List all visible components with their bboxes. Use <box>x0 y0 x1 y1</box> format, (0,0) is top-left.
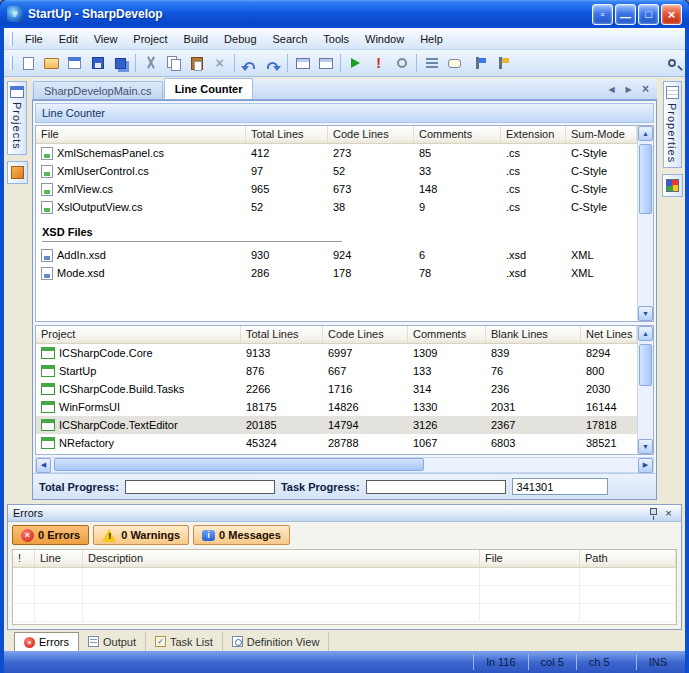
toolbar-separator <box>287 54 288 72</box>
column-header-comments[interactable]: Comments <box>414 126 501 143</box>
copy-button[interactable] <box>162 52 185 74</box>
tab-sharpdevelopmain[interactable]: SharpDevelopMain.cs <box>33 81 163 99</box>
sidebar-tab-properties[interactable]: Properties <box>663 81 682 168</box>
open-button[interactable] <box>40 52 63 74</box>
column-header-sum-mode[interactable]: Sum-Mode <box>566 126 637 143</box>
table-row[interactable]: ICSharpCode.Core 9133 6997 1309 839 8294 <box>36 344 637 362</box>
tab-prev-button[interactable]: ◀ <box>604 82 619 96</box>
menu-build[interactable]: Build <box>176 30 216 48</box>
bookmark-button[interactable] <box>466 52 489 74</box>
bookmark-next-button[interactable] <box>489 52 512 74</box>
column-header-code-lines[interactable]: Code Lines <box>323 326 408 343</box>
toolbar-grip[interactable] <box>10 32 13 46</box>
maximize-button[interactable]: □ <box>638 4 659 25</box>
minimize-button[interactable]: — <box>615 4 636 25</box>
table-row[interactable]: StartUp 876 667 133 76 800 <box>36 362 637 380</box>
scroll-up-button[interactable]: ▲ <box>638 126 653 141</box>
messages-filter-button[interactable]: 0 Messages <box>193 525 290 545</box>
column-header-net-lines[interactable]: Net Lines <box>581 326 637 343</box>
tab-line-counter[interactable]: Line Counter <box>164 78 254 99</box>
auto-hide-button[interactable] <box>646 506 661 520</box>
scroll-left-button[interactable]: ◀ <box>36 458 51 473</box>
scroll-thumb[interactable] <box>639 144 652 214</box>
column-header-line[interactable]: Line <box>35 550 83 567</box>
table-row[interactable]: XslOutputView.cs 52 38 9 .cs C-Style <box>36 198 637 216</box>
menu-window[interactable]: Window <box>357 30 412 48</box>
build-button[interactable] <box>291 52 314 74</box>
column-header-description[interactable]: Description <box>83 550 480 567</box>
menu-debug[interactable]: Debug <box>216 30 264 48</box>
scroll-up-button[interactable]: ▲ <box>638 326 653 341</box>
run-button[interactable] <box>344 52 367 74</box>
column-header-project[interactable]: Project <box>36 326 241 343</box>
column-header-path[interactable]: Path <box>580 550 676 567</box>
toolbar-separator <box>135 54 136 72</box>
title-bar[interactable]: StartUp - SharpDevelop ▫ — □ × <box>0 0 689 28</box>
errors-panel-header[interactable]: Errors × <box>8 505 681 522</box>
tab-close-button[interactable]: × <box>638 82 653 96</box>
scroll-down-button[interactable]: ▼ <box>638 439 653 454</box>
column-header-total-lines[interactable]: Total Lines <box>246 126 328 143</box>
column-header-comments[interactable]: Comments <box>408 326 486 343</box>
column-header-extension[interactable]: Extension <box>501 126 566 143</box>
breakpoint-button[interactable] <box>390 52 413 74</box>
web-page-button[interactable] <box>63 52 86 74</box>
save-all-button[interactable] <box>109 52 132 74</box>
tab-definition-view[interactable]: Definition View <box>223 632 330 651</box>
window-extra-button[interactable]: ▫ <box>592 4 613 25</box>
close-button[interactable]: × <box>661 4 682 25</box>
horizontal-scrollbar[interactable]: ◀ ▶ <box>35 457 654 473</box>
files-table-scrollbar[interactable]: ▲ ▼ <box>637 126 653 321</box>
column-header-total-lines[interactable]: Total Lines <box>241 326 323 343</box>
new-file-button[interactable] <box>17 52 40 74</box>
scroll-thumb[interactable] <box>639 344 652 386</box>
comment-button[interactable] <box>443 52 466 74</box>
sidebar-tab-palette[interactable] <box>662 174 683 197</box>
errors-filter-button[interactable]: 0 Errors <box>12 525 89 545</box>
table-row[interactable]: WinFormsUI 18175 14826 1330 2031 16144 <box>36 398 637 416</box>
save-button[interactable] <box>86 52 109 74</box>
sidebar-tab-tools[interactable] <box>7 161 28 184</box>
table-row[interactable]: XmlView.cs 965 673 148 .cs C-Style <box>36 180 637 198</box>
search-button[interactable] <box>660 52 683 74</box>
delete-button[interactable]: × <box>208 52 231 74</box>
sidebar-tab-projects[interactable]: Projects <box>7 81 27 155</box>
tab-task-list[interactable]: Task List <box>146 632 223 651</box>
column-header-file[interactable]: File <box>480 550 580 567</box>
table-row[interactable]: XmlUserControl.cs 97 52 33 .cs C-Style <box>36 162 637 180</box>
column-header-blank-lines[interactable]: Blank Lines <box>486 326 581 343</box>
tab-errors[interactable]: Errors <box>14 632 79 651</box>
menu-help[interactable]: Help <box>412 30 451 48</box>
menu-edit[interactable]: Edit <box>51 30 86 48</box>
tab-next-button[interactable]: ▶ <box>621 82 636 96</box>
menu-tools[interactable]: Tools <box>315 30 357 48</box>
menu-project[interactable]: Project <box>125 30 175 48</box>
toolbar-grip[interactable] <box>10 56 13 70</box>
paste-button[interactable] <box>185 52 208 74</box>
column-header-code-lines[interactable]: Code Lines <box>328 126 414 143</box>
table-row[interactable]: Mode.xsd 286 178 78 .xsd XML <box>36 264 637 282</box>
table-row[interactable]: XmlSchemasPanel.cs 412 273 85 .cs C-Styl… <box>36 144 637 162</box>
cut-button[interactable] <box>139 52 162 74</box>
table-row[interactable]: AddIn.xsd 930 924 6 .xsd XML <box>36 246 637 264</box>
projects-table-scrollbar[interactable]: ▲ ▼ <box>637 326 653 454</box>
menu-search[interactable]: Search <box>265 30 316 48</box>
scroll-thumb[interactable] <box>54 458 424 471</box>
warnings-filter-button[interactable]: 0 Warnings <box>93 525 189 545</box>
format-button[interactable] <box>420 52 443 74</box>
rebuild-button[interactable] <box>314 52 337 74</box>
menu-file[interactable]: File <box>17 30 51 48</box>
menu-view[interactable]: View <box>86 30 126 48</box>
redo-button[interactable] <box>261 52 284 74</box>
abort-button[interactable]: ! <box>367 52 390 74</box>
table-row[interactable]: ICSharpCode.Build.Tasks 2266 1716 314 23… <box>36 380 637 398</box>
table-row-selected[interactable]: ICSharpCode.TextEditor 20185 14794 3126 … <box>36 416 637 434</box>
column-header-file[interactable]: File <box>36 126 246 143</box>
scroll-right-button[interactable]: ▶ <box>638 458 653 473</box>
panel-close-button[interactable]: × <box>661 506 676 520</box>
table-row[interactable]: NRefactory 45324 28788 1067 6803 38521 <box>36 434 637 452</box>
tab-output[interactable]: Output <box>79 632 146 651</box>
column-header-severity[interactable]: ! <box>13 550 35 567</box>
scroll-down-button[interactable]: ▼ <box>638 306 653 321</box>
undo-button[interactable] <box>238 52 261 74</box>
